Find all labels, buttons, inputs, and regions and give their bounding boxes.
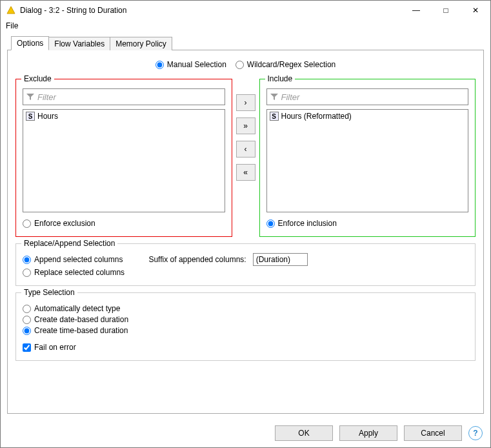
list-item[interactable]: S Hours	[25, 111, 223, 121]
move-all-left-button[interactable]: «	[236, 164, 256, 181]
maximize-button[interactable]: □	[431, 1, 461, 20]
apply-button[interactable]: Apply	[339, 425, 397, 441]
move-left-button[interactable]: ‹	[236, 141, 256, 158]
radio-manual-selection[interactable]: Manual Selection	[155, 60, 226, 69]
move-right-button[interactable]: ›	[236, 94, 256, 111]
radio-replace-columns[interactable]: Replace selected columns	[23, 268, 468, 277]
include-group: Include Filter S Hours (Reformatted) Enf…	[259, 79, 476, 237]
exclude-filter[interactable]: Filter	[23, 88, 225, 105]
exclude-legend: Exclude	[21, 74, 54, 83]
radio-enforce-exclusion[interactable]: Enforce exclusion	[23, 219, 225, 228]
radio-append-columns[interactable]: Append selected columns	[23, 255, 123, 264]
exclude-filter-placeholder: Filter	[37, 92, 56, 102]
move-buttons: › » ‹ «	[236, 79, 256, 237]
radio-wildcard-selection[interactable]: Wildcard/Regex Selection	[235, 60, 336, 69]
checkbox-fail-on-error[interactable]: Fail on error	[23, 343, 468, 352]
include-list[interactable]: S Hours (Reformatted)	[266, 109, 469, 212]
replace-append-group: Replace/Append Selection Append selected…	[15, 243, 476, 286]
svg-marker-0	[7, 6, 15, 14]
menu-bar: File	[1, 20, 490, 33]
list-item-label: Hours	[37, 112, 58, 121]
radio-date-based[interactable]: Create date-based duration	[23, 315, 468, 324]
tab-body-options: Manual Selection Wildcard/Regex Selectio…	[7, 50, 484, 414]
radio-auto-detect[interactable]: Automatically detect type	[23, 304, 468, 313]
app-icon	[6, 5, 16, 15]
list-item[interactable]: S Hours (Reformatted)	[268, 111, 467, 121]
include-legend: Include	[265, 74, 296, 83]
type-selection-group: Type Selection Automatically detect type…	[15, 292, 476, 361]
window-title: Dialog - 3:2 - String to Duration	[20, 6, 401, 15]
tab-memory-policy[interactable]: Memory Policy	[110, 37, 172, 50]
menu-file[interactable]: File	[6, 21, 18, 30]
filter-icon	[23, 92, 37, 101]
suffix-label: Suffix of appended columns:	[148, 255, 246, 264]
suffix-input[interactable]	[253, 253, 308, 266]
button-bar: OK Apply Cancel ?	[1, 419, 490, 447]
include-filter[interactable]: Filter	[266, 88, 469, 105]
tab-strip: Options Flow Variables Memory Policy	[11, 36, 484, 50]
radio-time-based[interactable]: Create time-based duration	[23, 326, 468, 335]
ok-button[interactable]: OK	[275, 425, 333, 441]
radio-enforce-inclusion[interactable]: Enforce inclusion	[266, 219, 469, 228]
list-item-label: Hours (Reformatted)	[281, 112, 352, 121]
move-all-right-button[interactable]: »	[236, 117, 256, 134]
close-button[interactable]: ✕	[461, 1, 490, 20]
tab-options[interactable]: Options	[11, 36, 49, 50]
string-type-icon: S	[270, 112, 279, 121]
filter-icon	[267, 92, 281, 101]
suffix-row: Suffix of appended columns:	[148, 253, 307, 266]
minimize-button[interactable]: —	[401, 1, 431, 20]
tab-flow-variables[interactable]: Flow Variables	[48, 37, 110, 50]
selection-mode-row: Manual Selection Wildcard/Regex Selectio…	[15, 58, 476, 71]
column-selector: Exclude Filter S Hours Enforce exclusion	[15, 79, 476, 237]
cancel-button[interactable]: Cancel	[404, 425, 462, 441]
string-type-icon: S	[26, 112, 35, 121]
help-button[interactable]: ?	[468, 426, 483, 440]
exclude-group: Exclude Filter S Hours Enforce exclusion	[15, 79, 232, 237]
include-filter-placeholder: Filter	[281, 92, 300, 102]
titlebar: Dialog - 3:2 - String to Duration — □ ✕	[1, 1, 490, 20]
replace-append-legend: Replace/Append Selection	[21, 239, 117, 248]
exclude-list[interactable]: S Hours	[23, 109, 225, 212]
dialog-content: Options Flow Variables Memory Policy Man…	[1, 33, 490, 419]
type-selection-legend: Type Selection	[21, 288, 77, 297]
